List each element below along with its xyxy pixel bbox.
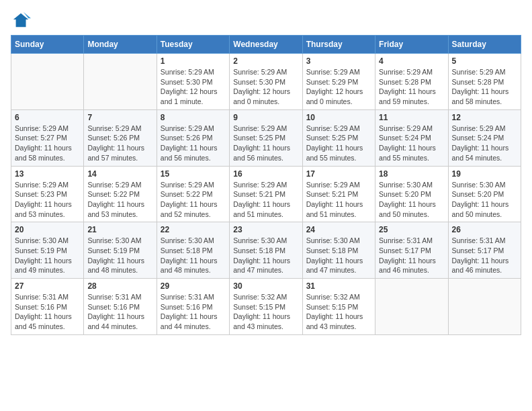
calendar-cell: 24Sunrise: 5:30 AMSunset: 5:18 PMDayligh… xyxy=(302,222,375,279)
day-number: 11 xyxy=(379,113,444,122)
calendar-cell: 11Sunrise: 5:29 AMSunset: 5:24 PMDayligh… xyxy=(375,109,448,166)
logo-icon xyxy=(12,11,31,30)
day-info: Sunrise: 5:31 AMSunset: 5:16 PMDaylight:… xyxy=(87,292,152,332)
day-number: 22 xyxy=(161,225,226,234)
weekday-header-tuesday: Tuesday xyxy=(157,36,229,54)
day-number: 4 xyxy=(379,56,444,66)
day-info: Sunrise: 5:30 AMSunset: 5:20 PMDaylight:… xyxy=(452,180,517,220)
calendar-cell: 19Sunrise: 5:30 AMSunset: 5:20 PMDayligh… xyxy=(448,166,521,222)
calendar-cell: 20Sunrise: 5:30 AMSunset: 5:19 PMDayligh… xyxy=(11,222,84,279)
calendar-cell: 6Sunrise: 5:29 AMSunset: 5:27 PMDaylight… xyxy=(11,109,84,166)
day-info: Sunrise: 5:30 AMSunset: 5:20 PMDaylight:… xyxy=(379,180,444,220)
day-number: 23 xyxy=(233,225,298,234)
weekday-header-saturday: Saturday xyxy=(448,36,521,54)
calendar-cell: 5Sunrise: 5:29 AMSunset: 5:28 PMDaylight… xyxy=(448,54,521,110)
day-info: Sunrise: 5:29 AMSunset: 5:29 PMDaylight:… xyxy=(306,67,371,107)
calendar-cell: 15Sunrise: 5:29 AMSunset: 5:22 PMDayligh… xyxy=(157,166,229,222)
day-info: Sunrise: 5:29 AMSunset: 5:23 PMDaylight:… xyxy=(15,180,80,220)
day-number: 1 xyxy=(161,56,226,66)
calendar-cell: 17Sunrise: 5:29 AMSunset: 5:21 PMDayligh… xyxy=(302,166,375,222)
calendar-cell: 2Sunrise: 5:29 AMSunset: 5:30 PMDaylight… xyxy=(230,54,302,110)
day-info: Sunrise: 5:29 AMSunset: 5:28 PMDaylight:… xyxy=(452,67,517,107)
logo xyxy=(11,11,31,30)
day-number: 29 xyxy=(161,281,226,291)
day-number: 31 xyxy=(306,281,371,291)
day-number: 2 xyxy=(233,56,298,66)
day-number: 21 xyxy=(87,225,152,234)
calendar-cell: 12Sunrise: 5:29 AMSunset: 5:24 PMDayligh… xyxy=(448,109,521,166)
day-number: 19 xyxy=(452,169,517,179)
day-info: Sunrise: 5:31 AMSunset: 5:17 PMDaylight:… xyxy=(452,236,517,275)
day-info: Sunrise: 5:32 AMSunset: 5:15 PMDaylight:… xyxy=(306,292,371,332)
day-number: 15 xyxy=(161,169,226,179)
day-number: 3 xyxy=(306,56,371,66)
calendar-cell xyxy=(11,54,84,110)
weekday-header-friday: Friday xyxy=(375,36,448,54)
weekday-header-thursday: Thursday xyxy=(302,36,375,54)
day-info: Sunrise: 5:29 AMSunset: 5:21 PMDaylight:… xyxy=(233,180,298,220)
day-info: Sunrise: 5:29 AMSunset: 5:27 PMDaylight:… xyxy=(15,124,80,163)
day-info: Sunrise: 5:31 AMSunset: 5:16 PMDaylight:… xyxy=(15,292,80,332)
calendar-cell: 8Sunrise: 5:29 AMSunset: 5:26 PMDaylight… xyxy=(157,109,229,166)
day-info: Sunrise: 5:30 AMSunset: 5:18 PMDaylight:… xyxy=(306,236,371,275)
day-number: 10 xyxy=(306,113,371,122)
day-number: 30 xyxy=(233,281,298,291)
day-number: 12 xyxy=(452,113,517,122)
day-info: Sunrise: 5:29 AMSunset: 5:30 PMDaylight:… xyxy=(161,67,226,107)
calendar-cell: 13Sunrise: 5:29 AMSunset: 5:23 PMDayligh… xyxy=(11,166,84,222)
calendar-cell: 18Sunrise: 5:30 AMSunset: 5:20 PMDayligh… xyxy=(375,166,448,222)
day-info: Sunrise: 5:29 AMSunset: 5:28 PMDaylight:… xyxy=(379,67,444,107)
calendar-week-row: 1Sunrise: 5:29 AMSunset: 5:30 PMDaylight… xyxy=(11,54,521,110)
calendar-week-row: 20Sunrise: 5:30 AMSunset: 5:19 PMDayligh… xyxy=(11,222,521,279)
calendar-cell: 25Sunrise: 5:31 AMSunset: 5:17 PMDayligh… xyxy=(375,222,448,279)
day-number: 14 xyxy=(87,169,152,179)
weekday-header-row: SundayMondayTuesdayWednesdayThursdayFrid… xyxy=(11,36,521,54)
day-info: Sunrise: 5:30 AMSunset: 5:18 PMDaylight:… xyxy=(233,236,298,275)
calendar-week-row: 27Sunrise: 5:31 AMSunset: 5:16 PMDayligh… xyxy=(11,279,521,335)
day-info: Sunrise: 5:31 AMSunset: 5:16 PMDaylight:… xyxy=(161,292,226,332)
day-number: 13 xyxy=(15,169,80,179)
calendar-cell: 27Sunrise: 5:31 AMSunset: 5:16 PMDayligh… xyxy=(11,279,84,335)
calendar-cell: 31Sunrise: 5:32 AMSunset: 5:15 PMDayligh… xyxy=(302,279,375,335)
calendar-cell xyxy=(84,54,157,110)
calendar-cell: 3Sunrise: 5:29 AMSunset: 5:29 PMDaylight… xyxy=(302,54,375,110)
day-number: 16 xyxy=(233,169,298,179)
day-number: 5 xyxy=(452,56,517,66)
day-info: Sunrise: 5:29 AMSunset: 5:26 PMDaylight:… xyxy=(161,124,226,163)
calendar-cell: 1Sunrise: 5:29 AMSunset: 5:30 PMDaylight… xyxy=(157,54,229,110)
day-info: Sunrise: 5:29 AMSunset: 5:24 PMDaylight:… xyxy=(379,124,444,163)
day-info: Sunrise: 5:29 AMSunset: 5:30 PMDaylight:… xyxy=(233,67,298,107)
day-number: 27 xyxy=(15,281,80,291)
day-number: 7 xyxy=(87,113,152,122)
day-info: Sunrise: 5:30 AMSunset: 5:18 PMDaylight:… xyxy=(161,236,226,275)
weekday-header-monday: Monday xyxy=(84,36,157,54)
day-info: Sunrise: 5:30 AMSunset: 5:19 PMDaylight:… xyxy=(87,236,152,275)
calendar-cell xyxy=(375,279,448,335)
calendar-cell: 26Sunrise: 5:31 AMSunset: 5:17 PMDayligh… xyxy=(448,222,521,279)
day-number: 18 xyxy=(379,169,444,179)
calendar-table: SundayMondayTuesdayWednesdayThursdayFrid… xyxy=(11,35,521,335)
calendar-cell: 23Sunrise: 5:30 AMSunset: 5:18 PMDayligh… xyxy=(230,222,302,279)
calendar-cell: 14Sunrise: 5:29 AMSunset: 5:22 PMDayligh… xyxy=(84,166,157,222)
day-info: Sunrise: 5:29 AMSunset: 5:22 PMDaylight:… xyxy=(87,180,152,220)
weekday-header-sunday: Sunday xyxy=(11,36,84,54)
calendar-cell: 9Sunrise: 5:29 AMSunset: 5:25 PMDaylight… xyxy=(230,109,302,166)
calendar-cell: 10Sunrise: 5:29 AMSunset: 5:25 PMDayligh… xyxy=(302,109,375,166)
day-info: Sunrise: 5:29 AMSunset: 5:25 PMDaylight:… xyxy=(233,124,298,163)
calendar-cell: 28Sunrise: 5:31 AMSunset: 5:16 PMDayligh… xyxy=(84,279,157,335)
calendar-week-row: 6Sunrise: 5:29 AMSunset: 5:27 PMDaylight… xyxy=(11,109,521,166)
calendar-week-row: 13Sunrise: 5:29 AMSunset: 5:23 PMDayligh… xyxy=(11,166,521,222)
day-info: Sunrise: 5:29 AMSunset: 5:24 PMDaylight:… xyxy=(452,124,517,163)
day-info: Sunrise: 5:32 AMSunset: 5:15 PMDaylight:… xyxy=(233,292,298,332)
day-info: Sunrise: 5:29 AMSunset: 5:21 PMDaylight:… xyxy=(306,180,371,220)
day-info: Sunrise: 5:29 AMSunset: 5:25 PMDaylight:… xyxy=(306,124,371,163)
calendar-cell: 7Sunrise: 5:29 AMSunset: 5:26 PMDaylight… xyxy=(84,109,157,166)
day-info: Sunrise: 5:29 AMSunset: 5:26 PMDaylight:… xyxy=(87,124,152,163)
day-number: 28 xyxy=(87,281,152,291)
calendar-cell: 4Sunrise: 5:29 AMSunset: 5:28 PMDaylight… xyxy=(375,54,448,110)
calendar-cell: 21Sunrise: 5:30 AMSunset: 5:19 PMDayligh… xyxy=(84,222,157,279)
calendar-cell xyxy=(448,279,521,335)
day-number: 20 xyxy=(15,225,80,234)
calendar-cell: 30Sunrise: 5:32 AMSunset: 5:15 PMDayligh… xyxy=(230,279,302,335)
day-number: 26 xyxy=(452,225,517,234)
